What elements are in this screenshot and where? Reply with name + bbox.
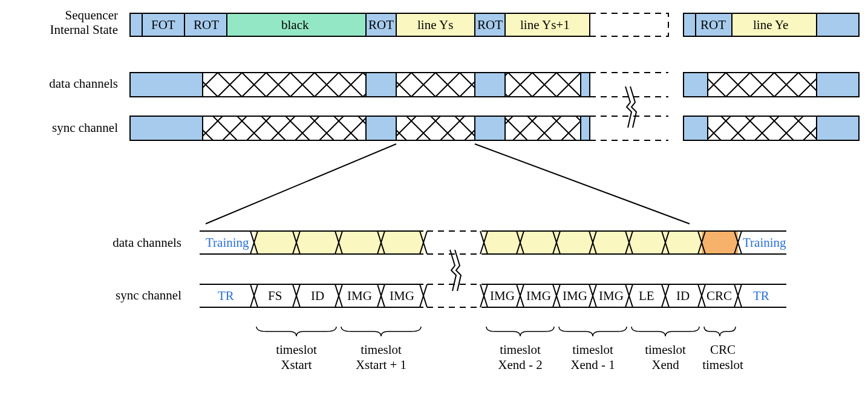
state-fot: FOT — [151, 18, 175, 32]
svg-rect-31 — [505, 116, 581, 140]
ts-xend1-2: Xend - 1 — [570, 357, 615, 372]
ts-xstart-1: timeslot — [276, 342, 317, 357]
state-line-ye: line Ye — [753, 18, 788, 32]
svg-rect-15 — [203, 73, 366, 97]
state-rot-2: ROT — [368, 18, 394, 32]
label-sync-channel-top: sync channel — [52, 120, 118, 135]
svg-rect-36 — [708, 116, 817, 140]
cell-id-1: ID — [311, 289, 324, 303]
row-sequencer-state: FOT ROT black ROT line Ys ROT line Ys+1 … — [130, 13, 859, 36]
state-black: black — [281, 18, 309, 32]
state-rot-4: ROT — [700, 18, 726, 32]
state-line-ys: line Ys — [417, 18, 453, 32]
cell-training-right: Training — [743, 235, 786, 250]
svg-rect-28 — [366, 116, 396, 140]
cell-img-6: IMG — [599, 289, 624, 303]
svg-rect-35 — [684, 116, 708, 140]
svg-rect-24 — [708, 73, 817, 97]
svg-rect-26 — [130, 116, 203, 140]
svg-rect-16 — [366, 73, 396, 97]
svg-line-38 — [206, 144, 396, 224]
svg-rect-25 — [817, 73, 859, 97]
label-data-channels-detail: data channels — [113, 235, 181, 250]
svg-line-39 — [475, 144, 690, 224]
svg-rect-9 — [590, 13, 668, 36]
row-sync-channel-detail: TR FS ID IMG IMG IMG IMG IMG IMG LE ID C… — [200, 284, 786, 307]
ts-xend-2: Xend — [651, 357, 679, 372]
ts-xend1-1: timeslot — [572, 342, 613, 357]
state-line-ys1: line Ys+1 — [520, 18, 570, 32]
ts-xend-1: timeslot — [645, 342, 686, 357]
svg-rect-17 — [396, 73, 475, 97]
label-sequencer-1: Sequencer — [65, 8, 118, 22]
label-sequencer-2: Internal State — [50, 22, 118, 37]
label-sync-channel-detail: sync channel — [116, 288, 181, 302]
row-sync-channel-top — [130, 116, 859, 140]
ts-xend2-2: Xend - 2 — [498, 357, 542, 372]
svg-rect-30 — [475, 116, 505, 140]
label-data-channels-top: data channels — [49, 76, 118, 91]
ts-xstart1-2: Xstart + 1 — [356, 357, 406, 372]
svg-rect-48 — [702, 231, 738, 254]
cell-training-left: Training — [206, 235, 249, 250]
cell-le: LE — [639, 289, 654, 303]
svg-rect-32 — [581, 116, 590, 140]
cell-img-1: IMG — [347, 289, 372, 303]
svg-rect-1 — [130, 13, 142, 36]
cell-img-4: IMG — [526, 289, 551, 303]
svg-rect-29 — [396, 116, 475, 140]
cell-fs: FS — [268, 289, 282, 303]
svg-rect-14 — [130, 73, 203, 97]
break-icon — [625, 86, 636, 128]
svg-rect-23 — [684, 73, 708, 97]
svg-rect-20 — [581, 73, 590, 97]
cell-id-2: ID — [676, 289, 690, 303]
cell-crc: CRC — [706, 289, 732, 303]
cell-img-2: IMG — [390, 289, 414, 303]
svg-rect-27 — [203, 116, 366, 140]
svg-rect-13 — [817, 13, 859, 36]
svg-rect-19 — [505, 73, 581, 97]
ts-xend2-1: timeslot — [500, 342, 541, 357]
ts-crc-2: timeslot — [702, 357, 743, 372]
svg-rect-18 — [475, 73, 505, 97]
state-rot-1: ROT — [194, 18, 219, 32]
ts-xstart-2: Xstart — [281, 357, 312, 372]
ts-crc-1: CRC — [710, 342, 736, 357]
ts-xstart1-1: timeslot — [361, 342, 402, 357]
cell-tr-left: TR — [218, 289, 234, 303]
timeslot-braces: timeslot Xstart timeslot Xstart + 1 time… — [256, 327, 743, 372]
state-rot-3: ROT — [477, 18, 503, 32]
cell-tr-right: TR — [753, 289, 769, 303]
row-data-channels-top — [130, 73, 859, 97]
svg-rect-10 — [684, 13, 696, 36]
svg-rect-37 — [817, 116, 859, 140]
cell-img-5: IMG — [563, 289, 587, 303]
cell-img-3: IMG — [490, 289, 515, 303]
row-data-channels-detail: Training Training — [200, 231, 786, 254]
